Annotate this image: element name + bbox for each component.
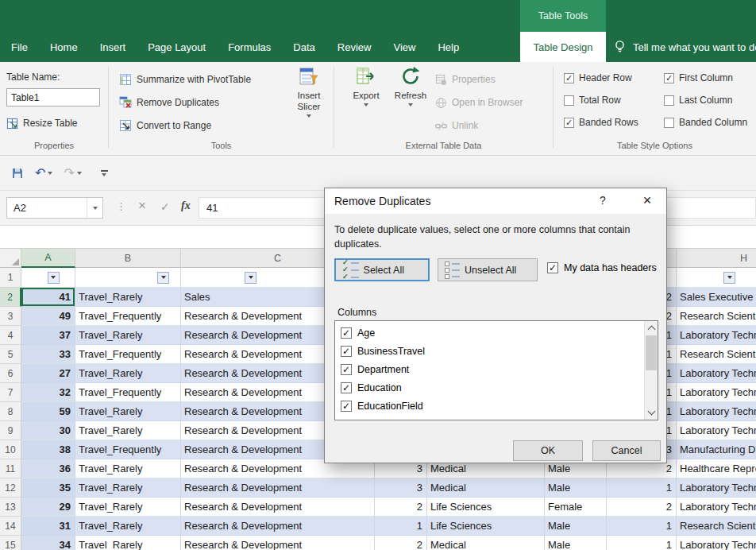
- cell[interactable]: 37: [21, 326, 75, 345]
- scroll-down-icon[interactable]: [647, 408, 655, 416]
- cell[interactable]: Medical: [427, 478, 545, 498]
- cell[interactable]: 35: [21, 478, 75, 498]
- table-name-input[interactable]: [6, 88, 100, 107]
- row-header-7[interactable]: 7: [0, 383, 21, 402]
- style-option-first-column[interactable]: ✓First Column: [664, 70, 747, 86]
- cell[interactable]: 34: [21, 536, 75, 550]
- cell[interactable]: Travel_Rarely: [75, 498, 181, 517]
- row-header-10[interactable]: 10: [0, 440, 21, 459]
- cell[interactable]: 36: [21, 459, 75, 478]
- cell[interactable]: 2: [375, 536, 427, 550]
- cell[interactable]: Male: [545, 517, 607, 536]
- export-button[interactable]: Export: [346, 66, 386, 107]
- undo-button[interactable]: ↶: [32, 165, 56, 182]
- tab-help[interactable]: Help: [426, 32, 470, 62]
- cell[interactable]: Laboratory Technician: [677, 326, 756, 345]
- row-header-13[interactable]: 13: [0, 498, 21, 517]
- tab-page-layout[interactable]: Page Layout: [137, 32, 217, 62]
- cell[interactable]: 31: [21, 517, 75, 536]
- cell[interactable]: Research Scientist: [677, 345, 756, 364]
- column-header-A[interactable]: A: [21, 249, 75, 268]
- cell[interactable]: 1: [607, 536, 677, 550]
- column-header-H[interactable]: H: [677, 249, 756, 268]
- cell[interactable]: Travel_Frequently: [75, 345, 181, 364]
- open-in-browser-button-disabled[interactable]: Open in Browser: [435, 94, 523, 111]
- row-header-14[interactable]: 14: [0, 517, 21, 536]
- cell[interactable]: Research Scientist: [677, 307, 756, 326]
- cell[interactable]: Life Sciences: [427, 517, 545, 536]
- cell[interactable]: 27: [21, 364, 75, 383]
- convert-to-range-button[interactable]: Convert to Range: [119, 117, 211, 134]
- row-header-5[interactable]: 5: [0, 345, 21, 364]
- cell[interactable]: Research & Development: [181, 517, 375, 536]
- cell[interactable]: Travel_Rarely: [75, 364, 181, 383]
- cell[interactable]: Male: [545, 478, 607, 498]
- filter-dropdown-icon[interactable]: [245, 272, 256, 284]
- refresh-button[interactable]: Refresh: [391, 66, 430, 107]
- style-option-total-row[interactable]: Total Row: [564, 92, 638, 108]
- cell[interactable]: 38: [21, 440, 75, 459]
- row-header-1[interactable]: 1: [0, 268, 21, 288]
- unlink-button-disabled[interactable]: Unlink: [435, 117, 478, 134]
- column-option-age[interactable]: ✓Age: [335, 323, 658, 342]
- tab-table-design[interactable]: Table Design: [520, 32, 606, 62]
- row-header-11[interactable]: 11: [0, 459, 21, 478]
- cell[interactable]: Travel_Rarely: [75, 288, 181, 307]
- row-header-4[interactable]: 4: [0, 326, 21, 345]
- table-header-cell[interactable]: JobRole: [677, 268, 756, 288]
- cell[interactable]: 59: [21, 402, 75, 421]
- column-option-education[interactable]: ✓Education: [335, 378, 658, 397]
- style-option-header-row[interactable]: ✓Header Row: [564, 70, 638, 86]
- dialog-title-bar[interactable]: Remove Duplicates ? ×: [325, 188, 666, 214]
- properties-button-disabled[interactable]: Properties: [435, 71, 496, 88]
- cell[interactable]: Travel_Rarely: [75, 459, 181, 478]
- name-box-dropdown[interactable]: [87, 198, 102, 218]
- select-all-button[interactable]: ✓ ✓ ✓ Select All: [334, 258, 430, 281]
- dialog-help-button[interactable]: ?: [587, 188, 619, 212]
- cell[interactable]: 49: [21, 307, 75, 326]
- tab-data[interactable]: Data: [282, 32, 326, 62]
- cell[interactable]: Laboratory Technician: [677, 478, 756, 498]
- cell[interactable]: Travel_Frequently: [75, 307, 181, 326]
- column-header-B[interactable]: B: [75, 249, 181, 268]
- style-option-banded-column[interactable]: Banded Column: [664, 114, 747, 130]
- cell[interactable]: Travel_Rarely: [75, 536, 181, 550]
- tab-home[interactable]: Home: [39, 32, 89, 62]
- tab-insert[interactable]: Insert: [89, 32, 137, 62]
- scrollbar-thumb[interactable]: [646, 335, 657, 370]
- name-box[interactable]: A2: [6, 197, 103, 219]
- cell[interactable]: Travel_Frequently: [75, 383, 181, 402]
- redo-button-disabled[interactable]: ↷: [60, 165, 84, 182]
- cell[interactable]: 29: [21, 498, 75, 517]
- row-header-12[interactable]: 12: [0, 478, 21, 498]
- cell[interactable]: Travel_Rarely: [75, 478, 181, 498]
- cell[interactable]: Research & Development: [181, 478, 375, 498]
- insert-function-button[interactable]: fx: [181, 199, 191, 212]
- cell[interactable]: Medical: [427, 536, 545, 550]
- tab-formulas[interactable]: Formulas: [217, 32, 282, 62]
- cell[interactable]: 30: [21, 421, 75, 440]
- cell[interactable]: Sales Executive: [677, 288, 756, 307]
- cell[interactable]: Male: [545, 536, 607, 550]
- cell[interactable]: Manufacturing Director: [677, 440, 756, 459]
- customize-qat-button[interactable]: [101, 170, 108, 176]
- tab-view[interactable]: View: [382, 32, 426, 62]
- cancel-button[interactable]: Cancel: [592, 440, 661, 461]
- cell[interactable]: Laboratory Technician: [677, 402, 756, 421]
- cell[interactable]: Laboratory Technician: [677, 383, 756, 402]
- summarize-with-pivottable-button[interactable]: Summarize with PivotTable: [119, 71, 251, 88]
- listbox-scrollbar[interactable]: [644, 321, 658, 420]
- style-option-banded-rows[interactable]: ✓Banded Rows: [564, 114, 638, 130]
- cell[interactable]: 1: [375, 517, 427, 536]
- selected-cell-A2[interactable]: 41: [21, 288, 75, 307]
- cell[interactable]: Travel_Rarely: [75, 326, 181, 345]
- cell[interactable]: 2: [375, 498, 427, 517]
- filter-dropdown-icon[interactable]: [48, 272, 60, 284]
- cell[interactable]: 3: [375, 478, 427, 498]
- row-header-9[interactable]: 9: [0, 421, 21, 440]
- ok-button[interactable]: OK: [513, 440, 583, 461]
- dialog-close-icon[interactable]: ×: [630, 188, 665, 212]
- cell[interactable]: Research & Development: [181, 536, 375, 550]
- row-header-2[interactable]: 2: [0, 288, 21, 307]
- tab-file[interactable]: File: [0, 32, 39, 62]
